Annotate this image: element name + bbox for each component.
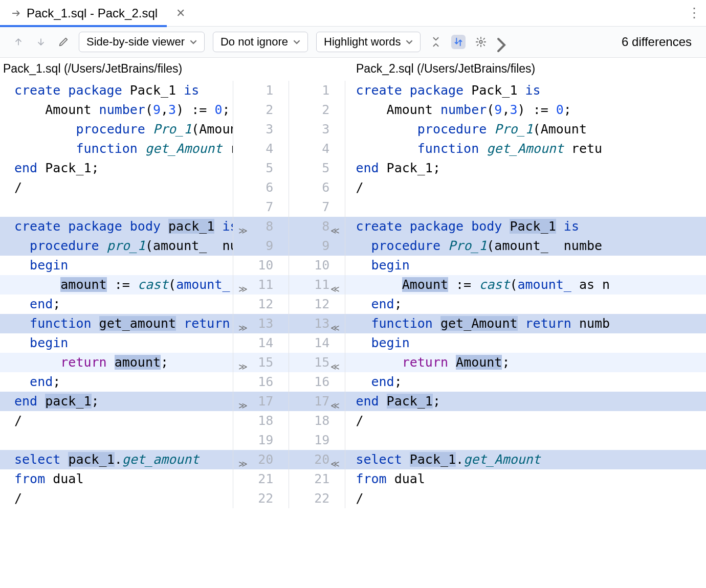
gutter-left: 6: [233, 178, 289, 197]
edit-icon[interactable]: [56, 35, 71, 49]
diff-arrow-icon: [11, 8, 23, 19]
code-right[interactable]: begin: [345, 256, 706, 275]
gutter-right: 6: [289, 178, 345, 197]
code-right[interactable]: /: [345, 178, 706, 197]
gutter-right: 7: [289, 197, 345, 217]
code-right[interactable]: procedure Pro_1(amount_ numbe: [345, 236, 706, 256]
code-left[interactable]: return amount;: [0, 353, 233, 372]
code-left[interactable]: begin: [0, 333, 233, 353]
gutter-left: 21: [233, 469, 289, 489]
gutter-left: ≫11: [233, 275, 289, 295]
ignore-dropdown[interactable]: Do not ignore: [213, 32, 308, 52]
svg-point-0: [480, 40, 483, 43]
code-left[interactable]: function get_Amount r: [0, 139, 233, 159]
chevron-down-icon: [190, 38, 197, 46]
gutter-left: 10: [233, 256, 289, 275]
code-right[interactable]: end Pack_1;: [345, 159, 706, 178]
gutter-right: 11≪: [289, 275, 345, 295]
code-left[interactable]: create package body pack_1 is: [0, 217, 233, 236]
code-left[interactable]: /: [0, 178, 233, 197]
code-right[interactable]: [345, 431, 706, 450]
gutter-left: 18: [233, 411, 289, 431]
gutter-left: ≫15: [233, 353, 289, 372]
gutter-right: 1: [289, 81, 345, 100]
chevron-down-icon: [293, 38, 300, 46]
gutter-right: 19: [289, 431, 345, 450]
gutter-left: 9: [233, 236, 289, 256]
code-right[interactable]: create package Pack_1 is: [345, 81, 706, 100]
code-left[interactable]: [0, 197, 233, 217]
sync-scroll-icon[interactable]: [451, 35, 466, 49]
chevron-right-icon[interactable]: [496, 37, 506, 47]
gutter-right: 10: [289, 256, 345, 275]
code-left[interactable]: begin: [0, 256, 233, 275]
code-left[interactable]: procedure Pro_1(Amount: [0, 120, 233, 139]
gutter-right: 3: [289, 120, 345, 139]
code-left[interactable]: select pack_1.get_amount: [0, 450, 233, 469]
code-left[interactable]: end;: [0, 372, 233, 392]
collapse-icon[interactable]: [429, 35, 443, 49]
gutter-right: 16: [289, 372, 345, 392]
code-right[interactable]: /: [345, 489, 706, 508]
code-right[interactable]: function get_Amount return numb: [345, 314, 706, 333]
code-right[interactable]: end Pack_1;: [345, 392, 706, 411]
gutter-right: 14: [289, 333, 345, 353]
prev-diff-icon[interactable]: [11, 35, 26, 49]
code-right[interactable]: end;: [345, 372, 706, 392]
code-right[interactable]: Amount number(9,3) := 0;: [345, 100, 706, 120]
code-right[interactable]: select Pack_1.get_Amount: [345, 450, 706, 469]
code-left[interactable]: /: [0, 411, 233, 431]
code-right[interactable]: function get_Amount retu: [345, 139, 706, 159]
code-left[interactable]: end;: [0, 295, 233, 314]
gutter-right: 22: [289, 489, 345, 508]
code-right[interactable]: return Amount;: [345, 353, 706, 372]
code-left[interactable]: end Pack_1;: [0, 159, 233, 178]
gutter-left: 3: [233, 120, 289, 139]
gutter-left: 16: [233, 372, 289, 392]
file-headers: Pack_1.sql (/Users/JetBrains/files) Pack…: [0, 58, 706, 81]
gutter-left: ≫13: [233, 314, 289, 333]
gutter-right: 17≪: [289, 392, 345, 411]
gutter-right: 20≪: [289, 450, 345, 469]
gutter-right: 2: [289, 100, 345, 120]
code-left[interactable]: procedure pro_1(amount_ numb: [0, 236, 233, 256]
code-left[interactable]: /: [0, 489, 233, 508]
tab-diff[interactable]: Pack_1.sql - Pack_2.sql: [0, 0, 167, 27]
gutter-left: ≫8: [233, 217, 289, 236]
gutter-right: 9: [289, 236, 345, 256]
gutter-left: 7: [233, 197, 289, 217]
code-right[interactable]: end;: [345, 295, 706, 314]
gutter-left: 1: [233, 81, 289, 100]
code-right[interactable]: from dual: [345, 469, 706, 489]
gutter-left: 4: [233, 139, 289, 159]
code-right[interactable]: create package body Pack_1 is: [345, 217, 706, 236]
code-left[interactable]: function get_amount return n: [0, 314, 233, 333]
view-mode-dropdown[interactable]: Side-by-side viewer: [79, 32, 205, 52]
gutter-left: 2: [233, 100, 289, 120]
next-diff-icon[interactable]: [34, 35, 48, 49]
gutter-left: 22: [233, 489, 289, 508]
code-left[interactable]: [0, 431, 233, 450]
gutter-left: 14: [233, 333, 289, 353]
code-right[interactable]: /: [345, 411, 706, 431]
gutter-left: 19: [233, 431, 289, 450]
code-right[interactable]: begin: [345, 333, 706, 353]
highlight-dropdown[interactable]: Highlight words: [316, 32, 421, 52]
code-left[interactable]: amount := cast(amount_ a: [0, 275, 233, 295]
code-right[interactable]: [345, 197, 706, 217]
code-left[interactable]: from dual: [0, 469, 233, 489]
gear-icon[interactable]: [474, 35, 488, 49]
code-right[interactable]: procedure Pro_1(Amount: [345, 120, 706, 139]
gutter-right: 13≪: [289, 314, 345, 333]
code-left[interactable]: Amount number(9,3) := 0;: [0, 100, 233, 120]
gutter-right: 18: [289, 411, 345, 431]
gutter-right: 4: [289, 139, 345, 159]
code-right[interactable]: Amount := cast(amount_ as n: [345, 275, 706, 295]
tab-close-icon[interactable]: ✕: [167, 7, 194, 20]
view-mode-label: Side-by-side viewer: [86, 35, 185, 49]
code-left[interactable]: end pack_1;: [0, 392, 233, 411]
right-file-path: Pack_2.sql (/Users/JetBrains/files): [353, 58, 540, 81]
code-left[interactable]: create package Pack_1 is: [0, 81, 233, 100]
tabs-more-icon[interactable]: ⋮: [688, 5, 706, 21]
gutter-right: 15≪: [289, 353, 345, 372]
